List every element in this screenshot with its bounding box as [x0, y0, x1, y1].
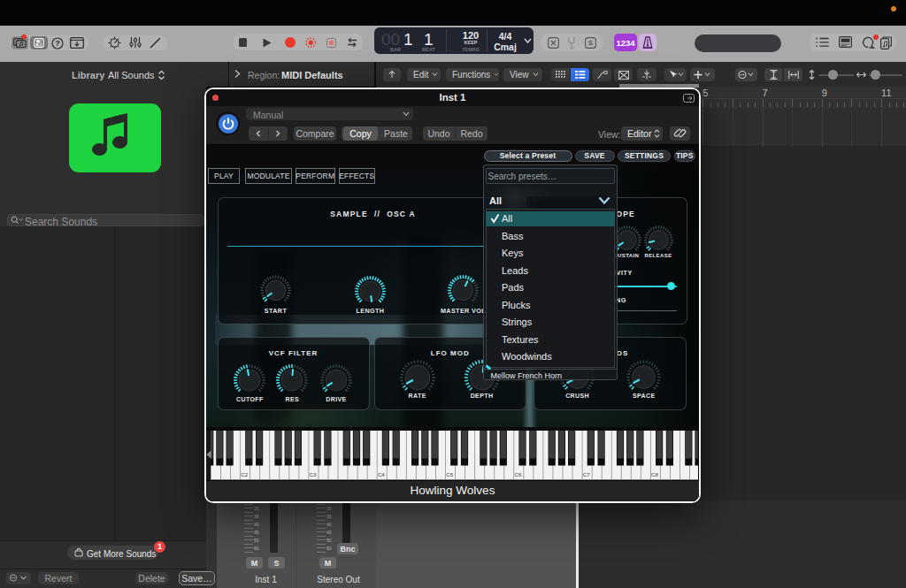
svg-text:C6: C6 — [515, 471, 522, 477]
svg-text:C2: C2 — [242, 471, 249, 477]
svg-text:C4: C4 — [378, 471, 385, 477]
svg-text:?: ? — [55, 39, 59, 48]
svg-text:C7: C7 — [583, 471, 590, 477]
svg-text:C3: C3 — [310, 471, 317, 477]
svg-text:S: S — [588, 39, 594, 47]
svg-text:C5: C5 — [446, 471, 453, 477]
svg-text:C8: C8 — [651, 471, 658, 477]
